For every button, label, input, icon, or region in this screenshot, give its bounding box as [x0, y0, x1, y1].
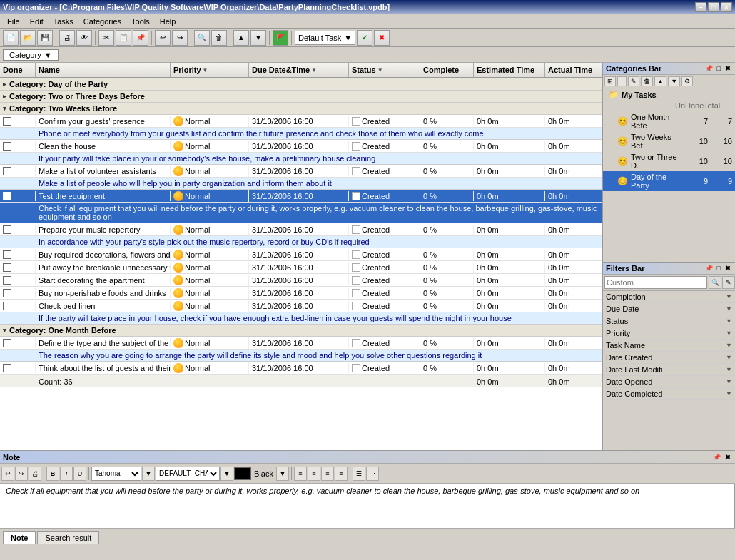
- sidebar-item-one-month[interactable]: 😊 One Month Befe 7 7: [603, 111, 735, 131]
- toolbar-open-button[interactable]: 📂: [20, 30, 36, 46]
- task-done-cell[interactable]: [0, 288, 36, 298]
- task-done-cell[interactable]: [0, 263, 36, 273]
- note-pin-button[interactable]: 📌: [711, 454, 722, 461]
- filter-row-completion[interactable]: Completion ▼: [603, 291, 735, 303]
- filter-edit-btn[interactable]: ✎: [722, 276, 735, 289]
- toolbar-find-button[interactable]: 🔍: [194, 30, 210, 46]
- category-row-day-of-party[interactable]: ▸ Category: Day of the Party: [0, 78, 602, 91]
- color-dropdown-button[interactable]: ▼: [276, 467, 289, 481]
- th-actual[interactable]: Actual Time: [545, 63, 602, 77]
- category-filter-pill[interactable]: Category ▼: [3, 49, 59, 61]
- filter-row-date-opened[interactable]: Date Opened ▼: [603, 376, 735, 388]
- charset-selector[interactable]: DEFAULT_CHAR: [156, 467, 220, 481]
- th-complete[interactable]: Complete: [420, 63, 474, 77]
- note-tb-align-left[interactable]: ≡: [294, 467, 307, 481]
- category-row-one-month[interactable]: ▾ Category: One Month Before: [0, 325, 602, 337]
- task-checkbox[interactable]: [3, 225, 11, 234]
- table-row[interactable]: Define the type and the subject of the p…: [0, 337, 602, 350]
- filter-expand-icon[interactable]: ▼: [726, 342, 732, 349]
- toolbar-preview-button[interactable]: 👁: [76, 30, 92, 46]
- th-estimated[interactable]: Estimated Time: [474, 63, 545, 77]
- note-tb-align-right[interactable]: ≡: [321, 467, 334, 481]
- menu-help[interactable]: Help: [156, 16, 181, 27]
- toolbar-undo-button[interactable]: ↩: [155, 30, 171, 46]
- cats-options-button[interactable]: ⚙: [681, 76, 693, 86]
- sidebar-item-day-of-party[interactable]: 😊 Day of the Party 9 9: [603, 171, 735, 191]
- toolbar-down-button[interactable]: ▼: [250, 30, 266, 46]
- task-done-cell[interactable]: [0, 301, 36, 311]
- tab-note[interactable]: Note: [3, 531, 36, 544]
- task-checkbox[interactable]: [3, 364, 11, 372]
- cats-restore-button[interactable]: □: [716, 65, 722, 72]
- note-tb-redo[interactable]: ↪: [15, 467, 28, 481]
- note-tb-print[interactable]: 🖨: [29, 467, 41, 481]
- table-row[interactable]: Put away the breakable unnecessary thins…: [0, 261, 602, 274]
- cats-new-button[interactable]: +: [617, 76, 627, 86]
- th-name[interactable]: Name: [36, 63, 171, 77]
- toolbar-save-button[interactable]: 💾: [37, 30, 53, 46]
- filter-search-btn[interactable]: 🔍: [709, 276, 721, 289]
- table-row[interactable]: Make a list of volunteer assistants Norm…: [0, 165, 602, 178]
- filter-row-date-completed[interactable]: Date Completed ▼: [603, 388, 735, 400]
- sidebar-item-two-weeks[interactable]: 😊 Two Weeks Bef 10 10: [603, 131, 735, 151]
- toolbar-check-button[interactable]: ✔: [357, 30, 372, 46]
- task-checkbox[interactable]: [3, 117, 11, 126]
- cats-down-button[interactable]: ▼: [668, 76, 680, 86]
- task-checkbox[interactable]: [3, 289, 11, 297]
- note-tb-undo[interactable]: ↩: [1, 467, 14, 481]
- filters-pin-button[interactable]: 📌: [704, 265, 714, 272]
- task-done-cell[interactable]: [0, 250, 36, 260]
- note-tb-bold[interactable]: B: [46, 467, 59, 481]
- cats-all-button[interactable]: ⊞: [604, 76, 616, 86]
- filter-expand-icon[interactable]: ▼: [726, 390, 732, 397]
- task-checkbox[interactable]: [3, 276, 11, 285]
- task-done-cell[interactable]: [0, 275, 36, 285]
- category-row-two-three-days[interactable]: ▸ Category: Two or Three Days Before: [0, 91, 602, 103]
- filter-row-status[interactable]: Status ▼: [603, 315, 735, 327]
- task-done-cell[interactable]: [0, 191, 36, 201]
- toolbar-redo-button[interactable]: ↪: [172, 30, 188, 46]
- close-button[interactable]: ×: [721, 2, 732, 12]
- th-due-datetime[interactable]: Due Date&Time ▼: [249, 63, 349, 77]
- cats-close-button[interactable]: ✖: [724, 65, 732, 72]
- toolbar-flag-button[interactable]: 🚩: [273, 30, 288, 46]
- table-row[interactable]: Check bed-linen Normal 31/10/2006 16:00 …: [0, 300, 602, 312]
- color-picker-box[interactable]: [234, 467, 251, 480]
- table-row[interactable]: Start decorating the apartment Normal 31…: [0, 274, 602, 287]
- filter-expand-icon[interactable]: ▼: [726, 378, 732, 385]
- filter-expand-icon[interactable]: ▼: [726, 330, 732, 337]
- table-row[interactable]: Clean the house Normal 31/10/2006 16:00 …: [0, 140, 602, 153]
- task-checkbox[interactable]: [3, 250, 11, 259]
- table-row[interactable]: Test the equipment Normal 31/10/2006 16:…: [0, 190, 602, 203]
- note-tb-align-justify[interactable]: ≡: [335, 467, 348, 481]
- cats-pin-button[interactable]: 📌: [704, 65, 714, 72]
- task-checkbox[interactable]: [3, 263, 11, 272]
- toolbar-paste-button[interactable]: 📌: [133, 30, 148, 46]
- th-priority[interactable]: Priority ▼: [171, 63, 249, 77]
- filter-row-date-created[interactable]: Date Created ▼: [603, 352, 735, 364]
- filter-row-priority[interactable]: Priority ▼: [603, 327, 735, 340]
- charset-dropdown-button[interactable]: ▼: [220, 467, 233, 481]
- filters-close-button[interactable]: ✖: [724, 265, 732, 272]
- toolbar-new-button[interactable]: 📄: [3, 30, 19, 46]
- toolbar-x-button[interactable]: ✖: [374, 30, 390, 46]
- menu-file[interactable]: File: [3, 16, 24, 27]
- category-row-two-weeks[interactable]: ▾ Category: Two Weeks Before: [0, 103, 602, 115]
- task-done-cell[interactable]: [0, 166, 36, 176]
- minimize-button[interactable]: –: [695, 2, 706, 12]
- task-checkbox[interactable]: [3, 192, 11, 200]
- menu-tasks[interactable]: Tasks: [49, 16, 78, 27]
- note-tb-underline[interactable]: U: [74, 467, 86, 481]
- menu-categories[interactable]: Categories: [79, 16, 126, 27]
- note-content[interactable]: Check if all equipment that you will nee…: [0, 484, 735, 528]
- table-row[interactable]: Buy non-perishable foods and drinks Norm…: [0, 287, 602, 300]
- task-done-cell[interactable]: [0, 225, 36, 235]
- filter-search-input[interactable]: [604, 276, 707, 289]
- filter-expand-icon[interactable]: ▼: [726, 354, 732, 361]
- toolbar-up-button[interactable]: ▲: [233, 30, 249, 46]
- menu-edit[interactable]: Edit: [26, 16, 48, 27]
- toolbar-copy-button[interactable]: 📋: [116, 30, 131, 46]
- task-done-cell[interactable]: [0, 141, 36, 151]
- filter-expand-icon[interactable]: ▼: [726, 366, 732, 373]
- filters-restore-button[interactable]: □: [716, 265, 722, 272]
